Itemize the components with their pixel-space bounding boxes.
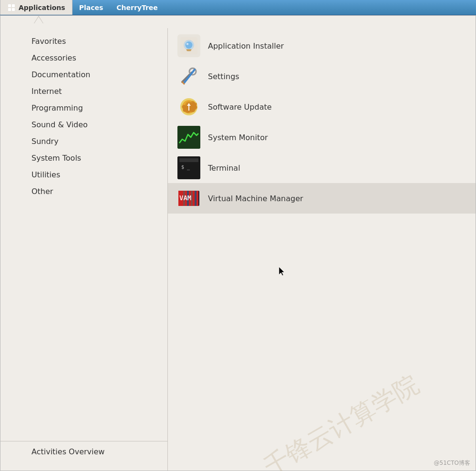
sysmon-icon: [177, 126, 200, 149]
system-monitor-item[interactable]: System Monitor: [168, 122, 476, 153]
update-label: Software Update: [208, 102, 272, 112]
svg-point-8: [186, 43, 189, 45]
taskbar-places[interactable]: Places: [72, 0, 110, 15]
vmm-icon: VAM: [177, 187, 200, 210]
apps-panel: Application Installer Settings: [167, 28, 476, 471]
update-icon: [177, 95, 200, 118]
vmm-label: Virtual Machine Manager: [208, 194, 303, 203]
svg-point-7: [186, 41, 193, 49]
vmm-item[interactable]: VAM Virtual Machine Manager: [168, 183, 476, 214]
taskbar-cherrytree[interactable]: CherryTree: [110, 0, 165, 15]
sidebar: Favorites Accessories Documentation Inte…: [0, 28, 167, 471]
menu-content: Favorites Accessories Documentation Inte…: [0, 28, 476, 471]
sidebar-item-accessories[interactable]: Accessories: [0, 50, 167, 66]
app-installer-item[interactable]: Application Installer: [168, 31, 476, 61]
settings-item[interactable]: Settings: [168, 61, 476, 92]
svg-rect-16: [177, 126, 200, 149]
terminal-item[interactable]: $ _ Terminal: [168, 153, 476, 183]
svg-text:VAM: VAM: [179, 194, 191, 202]
svg-text:$ _: $ _: [181, 164, 190, 170]
applications-menu: Favorites Accessories Documentation Inte…: [0, 15, 476, 471]
svg-rect-29: [197, 191, 198, 206]
svg-rect-3: [12, 8, 15, 11]
sidebar-item-system-tools[interactable]: System Tools: [0, 150, 167, 166]
svg-rect-0: [8, 4, 11, 7]
applications-label: Applications: [19, 4, 65, 11]
svg-rect-9: [187, 50, 191, 51]
sidebar-item-documentation[interactable]: Documentation: [0, 66, 167, 83]
sidebar-item-favorites[interactable]: Favorites: [0, 33, 167, 50]
sidebar-item-sundry[interactable]: Sundry: [0, 133, 167, 150]
taskbar: Applications Places CherryTree: [0, 0, 476, 15]
credit: @51CTO博客: [434, 459, 470, 467]
places-label: Places: [79, 4, 103, 11]
taskbar-applications[interactable]: Applications: [0, 0, 72, 15]
terminal-icon: $ _: [177, 156, 200, 179]
svg-rect-27: [193, 191, 195, 206]
installer-icon: [177, 34, 200, 57]
sidebar-item-programming[interactable]: Programming: [0, 100, 167, 116]
settings-icon: [177, 65, 200, 88]
svg-rect-2: [8, 8, 11, 11]
apps-icon: [7, 3, 16, 12]
sidebar-item-sound-video[interactable]: Sound & Video: [0, 116, 167, 133]
sysmon-label: System Monitor: [208, 133, 268, 142]
menu-arrow: [34, 16, 43, 23]
settings-label: Settings: [208, 72, 239, 81]
cherrytree-label: CherryTree: [116, 4, 158, 11]
svg-rect-18: [179, 158, 198, 162]
activities-overview[interactable]: Activities Overview: [0, 441, 167, 466]
sidebar-item-utilities[interactable]: Utilities: [0, 166, 167, 183]
software-update-item[interactable]: Software Update: [168, 92, 476, 122]
sidebar-item-internet[interactable]: Internet: [0, 83, 167, 100]
terminal-label: Terminal: [208, 164, 240, 173]
svg-rect-1: [12, 4, 15, 7]
installer-label: Application Installer: [208, 41, 284, 51]
svg-rect-28: [195, 191, 197, 206]
sidebar-item-other[interactable]: Other: [0, 183, 167, 200]
